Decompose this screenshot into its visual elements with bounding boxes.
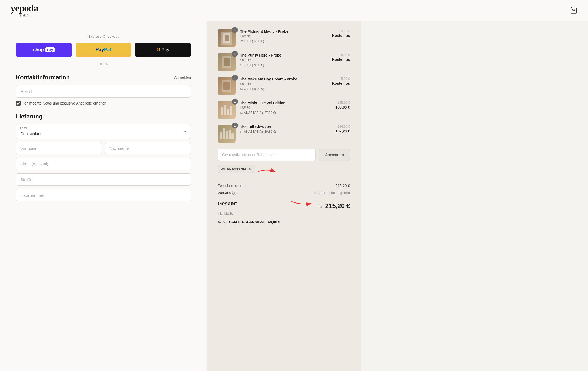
info-icon[interactable]: i	[232, 191, 236, 195]
product-info: The Purify Hero - Probe Sample 🏷 GIFT (-…	[240, 53, 328, 67]
page-layout: Express-Checkout shop Pay PayPal G Pay O…	[0, 21, 588, 371]
cart-icon[interactable]	[570, 6, 577, 15]
gesamt-amount: 215,20 €	[325, 202, 350, 210]
email-field[interactable]	[16, 85, 191, 98]
country-select[interactable]: Deutschland	[16, 124, 191, 139]
logo: yepoda 예쁘다	[11, 3, 38, 18]
tag-icon: 🏷	[240, 130, 243, 133]
newsletter-checkbox[interactable]	[16, 101, 21, 106]
contact-title: Kontaktinformation	[16, 74, 70, 81]
product-thumb-wrap: 1	[218, 29, 236, 47]
product-discount-tag: 🏷 ANASTASIA (-26,80 €)	[240, 130, 331, 133]
product-list: 1 The Midnight Magic - Probe Sample 🏷 GI…	[218, 29, 350, 143]
product-type: Sample	[240, 82, 328, 86]
country-label: Land	[20, 126, 27, 130]
right-panel: 1 The Midnight Magic - Probe Sample 🏷 GI…	[207, 21, 361, 371]
discount-text: GIFT (-5,00 €)	[244, 87, 264, 91]
price-original: 5,00 €	[332, 29, 350, 33]
product-thumb-wrap: 1	[218, 125, 236, 143]
shop-pay-button[interactable]: shop Pay	[16, 43, 72, 57]
quantity-badge: 1	[232, 27, 238, 33]
versand-row: Versand i Lieferadresse eingeben	[218, 191, 350, 195]
price-final: 108,00 €	[336, 105, 350, 109]
discount-text: ANASTASIA (-27,00 €)	[244, 111, 276, 115]
tag-icon: 🏷	[240, 63, 243, 67]
red-arrow-coupon	[256, 166, 278, 177]
country-wrapper: Land Deutschland ▼	[16, 124, 191, 139]
totals-section: Zwischensumme 215,20 € Versand i Liefera…	[218, 184, 350, 224]
zwischensumme-row: Zwischensumme 215,20 €	[218, 184, 350, 188]
ersparnisse-value: 68,80 €	[268, 220, 280, 224]
product-name: The Minis – Travel Edition	[240, 101, 331, 105]
tag-icon-sm: 🏷	[221, 167, 225, 171]
product-discount-tag: 🏷 GIFT (-5,00 €)	[240, 87, 328, 91]
price-final: Kostenlos	[332, 81, 350, 85]
left-panel: Express-Checkout shop Pay PayPal G Pay O…	[0, 21, 207, 371]
product-price: 5,00 € Kostenlos	[332, 29, 350, 38]
header: yepoda 예쁘다	[0, 0, 588, 21]
price-final: Kostenlos	[332, 33, 350, 38]
list-item: 1 The Full Glow Set 🏷 ANASTASIA (-26,80 …	[218, 125, 350, 143]
lieferadresse-text: Lieferadresse eingeben	[314, 191, 350, 195]
logo-main-text: yepoda	[11, 3, 38, 13]
tag-icon: 🏷	[240, 87, 243, 90]
red-arrow-gesamt	[290, 197, 314, 208]
lieferung-header: Lieferung	[16, 113, 191, 120]
gesamt-row: Gesamt EUR 215,20 €	[218, 197, 350, 210]
quantity-badge: 1	[232, 123, 238, 128]
newsletter-row: Ich möchte News und exklusive Angebote e…	[16, 101, 191, 106]
coupon-row: 🏷 ANASTASIA ✕	[218, 165, 350, 178]
price-final: 107,20 €	[336, 129, 350, 133]
zwischensumme-value: 215,20 €	[336, 184, 350, 188]
oder-text: ODER	[98, 62, 108, 66]
product-type: Sample	[240, 58, 328, 62]
product-thumb-wrap: 1	[218, 53, 236, 71]
product-name: The Make My Day Cream - Probe	[240, 77, 328, 81]
strasse-field[interactable]	[16, 173, 191, 186]
shop-pay-text: shop	[33, 47, 44, 53]
oder-divider: ODER	[16, 62, 191, 66]
list-item: 1 The Purify Hero - Probe Sample 🏷 GIFT …	[218, 53, 350, 71]
tag-icon: 🏷	[240, 111, 243, 114]
gpay-button[interactable]: G Pay	[135, 43, 191, 57]
discount-input[interactable]	[218, 149, 316, 161]
product-price: 134,00 € 107,20 €	[336, 125, 350, 133]
list-item: 1 The Minis – Travel Edition LSF 30 🏷 AN…	[218, 101, 350, 119]
anwenden-button[interactable]: Anwenden	[319, 149, 350, 161]
product-discount-tag: 🏷 GIFT (-5,00 €)	[240, 63, 328, 67]
product-price: 135,00 € 108,00 €	[336, 101, 350, 109]
paypal-text-light: Pal	[104, 47, 111, 53]
quantity-badge: 1	[232, 51, 238, 57]
newsletter-label: Ich möchte News und exklusive Angebote e…	[23, 101, 107, 105]
coupon-remove-button[interactable]: ✕	[249, 167, 252, 171]
firma-field[interactable]	[16, 158, 191, 170]
product-info: The Full Glow Set 🏷 ANASTASIA (-26,80 €)	[240, 125, 331, 133]
ersparnisse-label: GESAMTERSPARNISSE	[223, 220, 266, 224]
inkl-mwst: inkl. MwSt.	[218, 212, 350, 215]
product-price: 5,00 € Kostenlos	[332, 77, 350, 85]
anmelden-link[interactable]: Anmelden	[174, 75, 191, 80]
price-original: 134,00 €	[336, 125, 350, 128]
logo-sub-text: 예쁘다	[19, 13, 30, 18]
express-buttons: shop Pay PayPal G Pay	[16, 43, 191, 57]
g-letter: G	[157, 47, 160, 53]
paypal-button[interactable]: PayPal	[76, 43, 131, 57]
product-name: The Midnight Magic - Probe	[240, 29, 328, 33]
name-row	[16, 142, 191, 154]
price-original: 5,00 €	[332, 77, 350, 81]
paypal-text-blue: Pay	[95, 47, 104, 53]
tag-icon: 🏷	[240, 40, 243, 43]
product-name: The Purify Hero - Probe	[240, 53, 328, 57]
vorname-field[interactable]	[16, 142, 102, 154]
discount-text: GIFT (-5,00 €)	[244, 39, 264, 43]
product-discount-tag: 🏷 GIFT (-5,00 €)	[240, 39, 328, 43]
contact-header: Kontaktinformation Anmelden	[16, 74, 191, 81]
nachname-field[interactable]	[105, 142, 191, 154]
list-item: 1 The Make My Day Cream - Probe Sample 🏷…	[218, 77, 350, 95]
hausnummer-field[interactable]	[16, 189, 191, 201]
lieferung-section: Lieferung Land Deutschland ▼	[16, 113, 191, 205]
product-info: The Minis – Travel Edition LSF 30 🏷 ANAS…	[240, 101, 331, 115]
pay-text: Pay	[161, 47, 169, 53]
price-original: 135,00 €	[336, 101, 350, 105]
express-checkout-label: Express-Checkout	[16, 34, 191, 38]
